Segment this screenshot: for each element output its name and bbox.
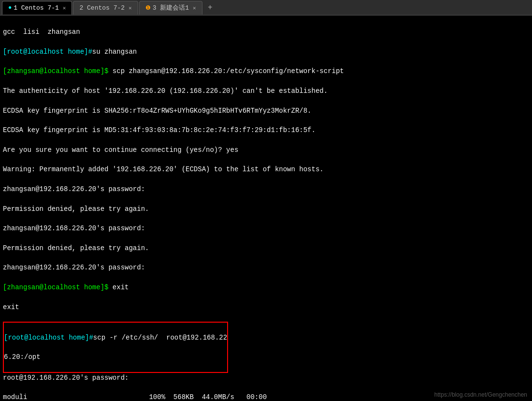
line-scp-r2: 6.20:/opt <box>4 352 227 362</box>
tab-1-label: 1 Centos 7-1 <box>14 4 59 12</box>
line-scp-r: [root@localhost home]#scp -r /etc/ssh/ r… <box>4 333 227 342</box>
line-exit: exit <box>3 302 529 312</box>
line-pass3: zhangsan@192.168.226.20's password: <box>3 263 529 272</box>
line-su: [root@localhost home]#su zhangsan <box>3 47 529 57</box>
terminal[interactable]: gcc lisi zhangsan [root@localhost home]#… <box>0 15 532 401</box>
tab-3-icon: ❶ <box>145 4 151 12</box>
line-continue: Are you sure you want to continue connec… <box>3 145 529 155</box>
red-box: [root@localhost home]#scp -r /etc/ssh/ r… <box>3 322 228 372</box>
tab-bar: ● 1 Centos 7-1 ✕ 2 Centos 7-2 ✕ ❶ 3 新建会话… <box>0 0 532 15</box>
tab-2-label: 2 Centos 7-2 <box>79 4 125 12</box>
line-ecdsa-md5: ECDSA key fingerprint is MD5:31:4f:93:03… <box>3 125 529 135</box>
tab-3-close[interactable]: ✕ <box>193 5 196 11</box>
tab-1-close[interactable]: ✕ <box>63 5 66 11</box>
tab-2[interactable]: 2 Centos 7-2 ✕ <box>73 1 138 15</box>
line-authenticity: The authenticity of host '192.168.226.20… <box>3 86 529 96</box>
line-scp-cmd: [zhangsan@localhost home]$ scp zhangsan@… <box>3 66 529 76</box>
line-ecdsa-sha: ECDSA key fingerprint is SHA256:rT8o4ZrR… <box>3 106 529 116</box>
line-pass2: zhangsan@192.168.226.20's password: <box>3 223 529 233</box>
new-tab-button[interactable]: + <box>203 1 217 15</box>
line-denied2: Permission denied, please try again. <box>3 243 529 253</box>
tab-3-label: 3 新建会话1 <box>153 3 189 12</box>
watermark: https://blog.csdn.net/Gengchenchen <box>434 391 527 398</box>
line-pass1: zhangsan@192.168.226.20's password: <box>3 184 529 194</box>
tab-2-close[interactable]: ✕ <box>129 5 132 11</box>
line-warning: Warning: Permanently added '192.168.226.… <box>3 164 529 174</box>
line-gcc: gcc lisi zhangsan <box>3 27 529 37</box>
line-denied1: Permission denied, please try again. <box>3 204 529 214</box>
tab-1[interactable]: ● 1 Centos 7-1 ✕ <box>2 1 72 15</box>
line-exit-cmd: [zhangsan@localhost home]$ exit <box>3 282 529 292</box>
tab-1-icon: ● <box>8 4 12 11</box>
tab-3[interactable]: ❶ 3 新建会话1 ✕ <box>139 1 202 15</box>
line-root-pass: root@192.168.226.20's password: <box>3 373 529 383</box>
